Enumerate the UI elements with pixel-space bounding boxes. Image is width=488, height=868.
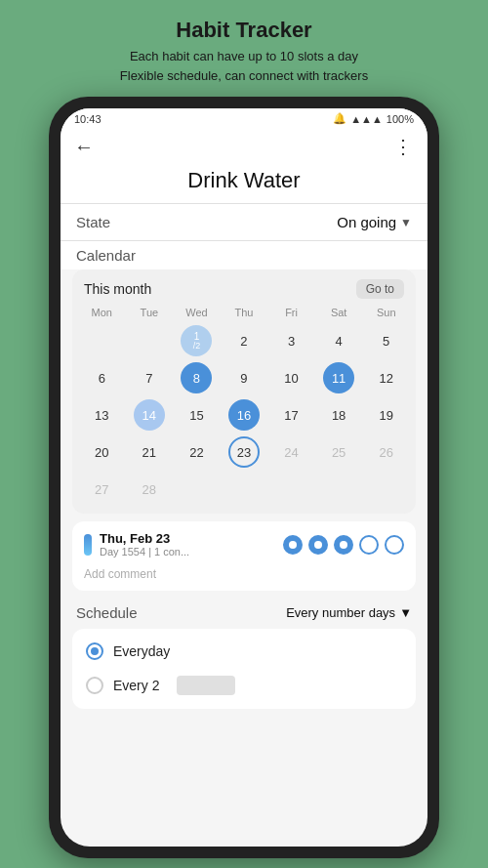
- cal-cell[interactable]: 2: [221, 322, 268, 359]
- schedule-row: Schedule Every number days ▼: [61, 597, 427, 629]
- cal-cell: [362, 471, 410, 508]
- day-header-thu: Thu: [221, 305, 268, 322]
- calendar-top-row: This month Go to: [78, 279, 410, 305]
- input-every2[interactable]: [177, 676, 235, 695]
- day-header-wed: Wed: [173, 305, 221, 322]
- day-date: Thu, Feb 23: [100, 531, 189, 546]
- phone-screen: 10:43 🔔 ▲▲▲ 100% ← ⋮ Drink Water State O…: [61, 108, 427, 847]
- day-dots: [283, 535, 404, 555]
- water-drop-icon: [84, 534, 92, 556]
- schedule-options: Everyday Every 2: [72, 629, 416, 709]
- status-time: 10:43: [74, 113, 102, 125]
- cal-cell[interactable]: 20: [78, 434, 126, 471]
- cal-cell[interactable]: 24: [267, 434, 315, 471]
- state-row: State On going ▼: [61, 204, 427, 240]
- content-area: State On going ▼ Calendar This month Go …: [61, 204, 427, 847]
- cal-cell: [267, 471, 315, 508]
- cal-cell[interactable]: 7: [126, 359, 174, 396]
- this-month-label: This month: [84, 281, 151, 297]
- cal-cell[interactable]: 3: [267, 322, 315, 359]
- dot-4[interactable]: [359, 535, 379, 555]
- cal-cell[interactable]: 5: [362, 322, 410, 359]
- wifi-icon: ▲▲▲: [350, 113, 383, 125]
- cal-cell[interactable]: 10: [267, 359, 315, 396]
- cal-cell[interactable]: 6: [78, 359, 126, 396]
- cal-cell[interactable]: 17: [267, 396, 315, 434]
- battery-level: 100%: [386, 113, 414, 125]
- app-header: Habit Tracker Each habit can have up to …: [101, 0, 387, 97]
- cal-cell: [173, 471, 221, 508]
- cal-cell: [315, 471, 363, 508]
- day-sub: Day 1554 | 1 con...: [100, 546, 189, 558]
- cal-cell[interactable]: 25: [315, 434, 363, 471]
- day-info: Thu, Feb 23 Day 1554 | 1 con...: [100, 531, 189, 558]
- state-value-dropdown[interactable]: On going ▼: [337, 214, 412, 230]
- cal-cell[interactable]: 4: [315, 322, 363, 359]
- phone-frame: 10:43 🔔 ▲▲▲ 100% ← ⋮ Drink Water State O…: [49, 97, 439, 858]
- cal-cell: [221, 471, 268, 508]
- dot-1[interactable]: [283, 535, 303, 555]
- status-right: 🔔 ▲▲▲ 100%: [333, 112, 414, 125]
- cal-cell-14[interactable]: 14: [126, 396, 174, 434]
- cal-cell[interactable]: 15: [173, 396, 221, 434]
- status-bar: 10:43 🔔 ▲▲▲ 100%: [61, 108, 427, 129]
- day-header-sun: Sun: [362, 305, 410, 322]
- cal-cell[interactable]: 26: [362, 434, 410, 471]
- day-header-mon: Mon: [78, 305, 126, 322]
- dot-3[interactable]: [334, 535, 353, 555]
- more-button[interactable]: ⋮: [393, 135, 414, 158]
- schedule-value-text: Every number days: [286, 605, 395, 620]
- add-comment-button[interactable]: Add comment: [84, 563, 404, 581]
- goto-button[interactable]: Go to: [356, 279, 404, 299]
- day-header-tue: Tue: [126, 305, 174, 322]
- cal-cell[interactable]: [126, 322, 174, 359]
- day-header-fri: Fri: [267, 305, 315, 322]
- dot-5[interactable]: [385, 535, 404, 555]
- calendar-label: Calendar: [76, 247, 412, 264]
- app-title: Habit Tracker: [120, 18, 368, 43]
- calendar-box: This month Go to Mon Tue Wed Thu Fri Sat…: [72, 269, 416, 514]
- schedule-option-every2[interactable]: Every 2: [72, 668, 416, 703]
- cal-cell-wed1[interactable]: 1/2: [173, 322, 221, 359]
- cal-cell[interactable]: 12: [362, 359, 410, 396]
- page-title: Drink Water: [61, 168, 427, 203]
- cal-cell-8[interactable]: 8: [173, 359, 221, 396]
- signal-icon: 🔔: [333, 112, 346, 125]
- calendar-grid: Mon Tue Wed Thu Fri Sat Sun 1/2 2: [78, 305, 410, 508]
- calendar-header: Calendar: [61, 241, 427, 269]
- radio-everyday[interactable]: [86, 642, 103, 660]
- chevron-down-icon: ▼: [400, 216, 412, 229]
- back-button[interactable]: ←: [74, 136, 94, 158]
- cal-cell-11[interactable]: 11: [315, 359, 363, 396]
- cal-cell[interactable]: 9: [221, 359, 268, 396]
- cal-cell[interactable]: 28: [126, 471, 174, 508]
- chevron-down-schedule-icon: ▼: [399, 605, 412, 620]
- option-label-everyday: Everyday: [113, 643, 170, 659]
- day-header-sat: Sat: [315, 305, 363, 322]
- cal-cell[interactable]: 13: [78, 396, 126, 434]
- day-detail-header: Thu, Feb 23 Day 1554 | 1 con...: [84, 531, 404, 558]
- cal-cell[interactable]: 22: [173, 434, 221, 471]
- radio-inner-everyday: [91, 647, 99, 655]
- schedule-option-everyday[interactable]: Everyday: [72, 635, 416, 668]
- cal-cell[interactable]: [78, 322, 126, 359]
- cal-cell-16[interactable]: 16: [221, 396, 268, 434]
- cal-cell[interactable]: 18: [315, 396, 363, 434]
- option-label-every2: Every 2: [113, 678, 159, 693]
- app-subtitle: Each habit can have up to 10 slots a day…: [120, 47, 368, 85]
- top-nav: ← ⋮: [61, 129, 427, 168]
- cal-cell[interactable]: 19: [362, 396, 410, 434]
- state-label: State: [76, 214, 110, 230]
- schedule-label: Schedule: [76, 604, 138, 621]
- radio-every2[interactable]: [86, 677, 103, 694]
- day-detail-card: Thu, Feb 23 Day 1554 | 1 con... Add comm…: [72, 521, 416, 591]
- schedule-dropdown[interactable]: Every number days ▼: [286, 605, 412, 620]
- cal-cell-23[interactable]: 23: [221, 434, 268, 471]
- cal-cell[interactable]: 21: [126, 434, 174, 471]
- cal-cell[interactable]: 27: [78, 471, 126, 508]
- state-value-text: On going: [337, 214, 396, 230]
- dot-2[interactable]: [308, 535, 328, 555]
